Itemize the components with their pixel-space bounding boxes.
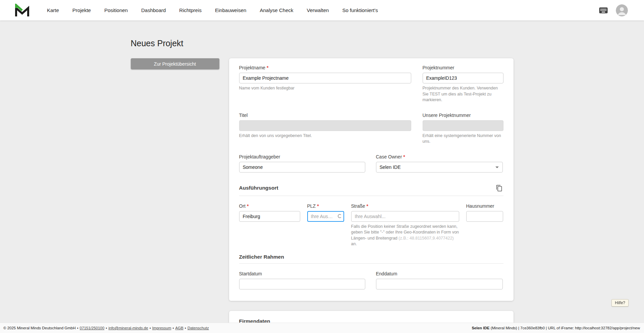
required-asterisk: * — [367, 203, 368, 209]
nav-item-einbauweisen[interactable]: Einbauweisen — [215, 7, 246, 13]
back-to-projects-button[interactable]: Zur Projektübersicht — [131, 58, 219, 69]
footer-session-info: (Mineral Minds) | 7ce360e83fb0 | URL of … — [489, 326, 640, 330]
strasse-helper-suffix: an. — [351, 242, 357, 246]
hausnummer-input[interactable] — [466, 211, 503, 222]
titel-helper: Erhält den von uns vorgegebenen Titel. — [239, 133, 411, 139]
case-owner-select[interactable]: Selen IDE — [376, 162, 503, 173]
titel-input — [239, 120, 411, 131]
startdatum-input[interactable] — [239, 279, 365, 289]
section-title-zeitlicher-rahmen: Zeitlicher Rahmen — [239, 254, 284, 260]
field-projektname: Projektname* Name vom Kunden festlegbar — [239, 65, 411, 103]
unsere-projektnummer-input — [423, 120, 503, 131]
footer-user: Selen IDE — [472, 326, 489, 330]
field-enddatum: Enddatum — [376, 271, 503, 289]
keyboard-icon-glyph — [598, 5, 608, 15]
footer-phone-link[interactable]: 07151/250100 — [80, 326, 105, 330]
footer-copyright: © 2025 Mineral Minds Deutschland GmbH — [3, 326, 76, 330]
footer-separator: • — [173, 326, 174, 330]
nav-item-positionen[interactable]: Positionen — [104, 7, 128, 13]
enddatum-label: Enddatum — [376, 271, 503, 276]
titel-label: Titel — [239, 113, 411, 118]
footer: © 2025 Mineral Minds Deutschland GmbH•07… — [0, 323, 644, 333]
nav-item-karte[interactable]: Karte — [47, 7, 59, 13]
projektnummer-label: Projektnummer — [423, 65, 503, 70]
nav-item-dashboard[interactable]: Dashboard — [141, 7, 166, 13]
projektnummer-helper: Projektnummer des Kunden. Verwenden Sie … — [423, 85, 503, 103]
left-column: Zur Projektübersicht — [131, 58, 219, 69]
user-avatar[interactable] — [616, 4, 628, 16]
plz-input-wrap — [307, 211, 344, 222]
projektauftraggeber-label: Projektauftraggeber — [239, 154, 365, 159]
field-ort: Ort* — [239, 203, 300, 247]
strasse-helper-example: (z.B.: 48.8115607,9.4077422) — [398, 236, 453, 241]
field-strasse: Straße* Falls die Position keiner Straße… — [351, 203, 459, 247]
strasse-label: Straße* — [351, 203, 459, 209]
navbar-right — [598, 4, 628, 16]
label-text: PLZ — [307, 203, 316, 209]
copy-icon — [496, 185, 503, 192]
field-startdatum: Startdatum — [239, 271, 365, 289]
required-asterisk: * — [267, 65, 268, 70]
form-row-address: Ort* PLZ* Straße* — [239, 203, 503, 247]
keyboard-icon[interactable] — [598, 5, 608, 15]
section-ausfuehrungsort: Ausführungsort — [239, 184, 503, 196]
case-owner-label: Case Owner* — [376, 154, 503, 159]
form-row-titel-unsere: Titel Erhält den von uns vorgegebenen Ti… — [239, 113, 503, 145]
nav-item-verwalten[interactable]: Verwalten — [307, 7, 329, 13]
form-row-dates: Startdatum Enddatum — [239, 271, 503, 289]
label-text: Straße — [351, 203, 365, 209]
page-container: Neues Projekt Zur Projektübersicht Proje… — [131, 39, 514, 333]
label-text: Case Owner — [376, 154, 402, 159]
help-button[interactable]: Hilfe? — [611, 299, 629, 307]
page-layout: Zur Projektübersicht Projektname* Name v… — [131, 58, 514, 333]
project-form-card: Projektname* Name vom Kunden festlegbar … — [229, 58, 514, 301]
form-row-name-number: Projektname* Name vom Kunden festlegbar … — [239, 65, 503, 103]
chevron-down-icon — [495, 166, 499, 168]
hausnummer-label: Hausnummer — [466, 203, 503, 209]
startdatum-label: Startdatum — [239, 271, 365, 276]
projektname-label: Projektname* — [239, 65, 411, 70]
main-nav: Karte Projekte Positionen Dashboard Rich… — [47, 7, 378, 13]
footer-separator: • — [185, 326, 186, 330]
mineral-minds-logo[interactable] — [15, 4, 30, 17]
right-column: Projektname* Name vom Kunden festlegbar … — [229, 58, 514, 333]
required-asterisk: * — [317, 203, 319, 209]
unsere-projektnummer-helper: Erhält eine systemgenerierte Nummer von … — [423, 133, 503, 145]
case-owner-selected-value: Selen IDE — [380, 164, 401, 170]
copy-address-button[interactable] — [495, 184, 503, 192]
label-text: Ort — [239, 203, 246, 209]
unsere-projektnummer-label: Unsere Projektnummer — [423, 113, 503, 118]
nav-item-analyse-check[interactable]: Analyse Check — [260, 7, 293, 13]
nav-item-so-funktionierts[interactable]: So funktioniert's — [342, 7, 378, 13]
footer-email-link[interactable]: info@mineral-minds.de — [108, 326, 148, 330]
footer-separator: • — [106, 326, 107, 330]
required-asterisk: * — [247, 203, 249, 209]
footer-right: Selen IDE (Mineral Minds) | 7ce360e83fb0… — [472, 326, 640, 330]
projektname-input[interactable] — [239, 73, 411, 83]
strasse-input[interactable] — [351, 211, 459, 222]
ort-input[interactable] — [239, 211, 300, 222]
section-zeitlicher-rahmen: Zeitlicher Rahmen — [239, 254, 503, 264]
field-hausnummer: Hausnummer — [466, 203, 503, 247]
field-plz: PLZ* — [307, 203, 344, 247]
projektauftraggeber-input[interactable] — [239, 162, 365, 173]
page-title: Neues Projekt — [131, 39, 514, 48]
strasse-helper: Falls die Position keiner Straße zugeord… — [351, 224, 459, 247]
footer-impressum-link[interactable]: Impressum — [152, 326, 171, 330]
field-case-owner: Case Owner* Selen IDE — [376, 154, 503, 173]
required-asterisk: * — [403, 154, 405, 159]
footer-agb-link[interactable]: AGB — [175, 326, 183, 330]
projektname-helper: Name vom Kunden festlegbar — [239, 85, 411, 91]
navbar: Karte Projekte Positionen Dashboard Rich… — [0, 0, 644, 20]
footer-datenschutz-link[interactable]: Datenschutz — [187, 326, 209, 330]
form-row-auftraggeber-owner: Projektauftraggeber Case Owner* Selen ID… — [239, 154, 503, 173]
field-projektnummer: Projektnummer Projektnummer des Kunden. … — [423, 65, 503, 103]
enddatum-input[interactable] — [376, 279, 503, 289]
loading-spinner-icon — [338, 214, 342, 218]
nav-item-richtpreis[interactable]: Richtpreis — [179, 7, 202, 13]
projektnummer-input[interactable] — [423, 73, 503, 83]
section-title-ausfuehrungsort: Ausführungsort — [239, 185, 278, 191]
avatar-icon — [616, 4, 628, 16]
nav-item-projekte[interactable]: Projekte — [72, 7, 91, 13]
ort-label: Ort* — [239, 203, 300, 209]
